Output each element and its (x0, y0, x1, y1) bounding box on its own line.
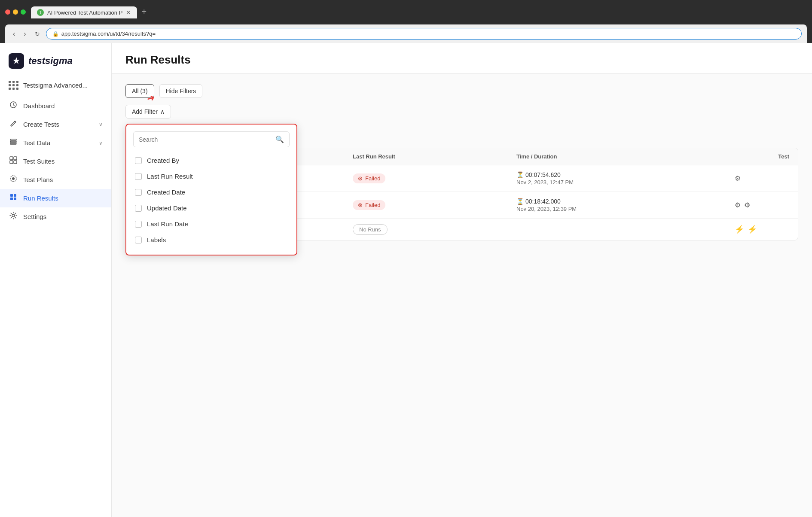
sidebar-item-label: Create Tests (23, 121, 94, 128)
svg-rect-6 (10, 161, 13, 164)
failed-status-badge: ⊗ Failed (353, 200, 385, 210)
browser-toolbar: ‹ › ↻ 🔒 app.testsigma.com/ui/td/34/resul… (5, 24, 807, 43)
chevron-up-icon: ∧ (160, 108, 165, 115)
chevron-down-icon: ∨ (99, 122, 103, 128)
filter-option-label: Updated Date (147, 204, 187, 212)
filter-search-container: 🔍 (133, 131, 290, 147)
traffic-light-yellow[interactable] (13, 9, 18, 15)
sidebar-item-dashboard[interactable]: Dashboard (0, 97, 111, 115)
duration-value: ⏳ 00:18:42.000 (516, 198, 735, 205)
lightning-secondary-icon[interactable]: ⚡ (748, 225, 757, 234)
checkbox-updated-date[interactable] (135, 205, 142, 212)
traffic-light-green[interactable] (21, 9, 26, 15)
main-content: Run Results All (3) Hide Filters ➜ Add F… (112, 43, 812, 517)
tab-title: AI Powered Test Automation P (47, 9, 122, 16)
sidebar-item-label: Test Suites (23, 158, 103, 165)
row-actions: ⚡ ⚡ (735, 225, 789, 234)
svg-rect-4 (10, 157, 13, 160)
date-value: Nov 20, 2023, 12:39 PM (516, 206, 735, 212)
checkbox-last-run-date[interactable] (135, 221, 142, 228)
filter-option-updated-date[interactable]: Updated Date (133, 200, 290, 216)
page-header: Run Results (112, 43, 812, 74)
checkbox-labels[interactable] (135, 237, 142, 243)
filter-option-labels[interactable]: Labels (133, 232, 290, 248)
row-last-run-result: No Runs (353, 226, 516, 233)
test-data-icon (9, 138, 18, 148)
filter-option-label: Created By (147, 157, 179, 164)
action-buttons: ⚙ ⚙ (735, 201, 789, 209)
no-runs-status-badge: No Runs (353, 224, 388, 235)
tab-favicon: t (37, 9, 44, 16)
checkbox-created-date[interactable] (135, 189, 142, 196)
filter-option-last-run-result[interactable]: Last Run Result (133, 168, 290, 184)
checkbox-last-run-result[interactable] (135, 173, 142, 180)
date-value: Nov 2, 2023, 12:47 PM (516, 179, 735, 186)
test-suites-icon (9, 156, 18, 166)
secondary-action-icon[interactable]: ⚙ (744, 201, 750, 209)
sidebar-item-test-plans[interactable]: Test Plans (0, 170, 111, 189)
sidebar-item-create-tests[interactable]: Create Tests ∨ (0, 115, 111, 134)
add-filter-label: Add Filter (132, 108, 158, 115)
forward-button[interactable]: › (21, 29, 28, 39)
content-area: All (3) Hide Filters ➜ Add Filter ∧ 🔍 (112, 74, 812, 251)
col-header-time-duration: Time / Duration (516, 153, 735, 160)
status-label: Failed (365, 202, 380, 208)
filter-search-input[interactable] (139, 136, 275, 143)
chevron-down-icon: ∨ (99, 140, 103, 146)
row-actions: ⚙ ⚙ (735, 201, 789, 209)
filter-option-label: Labels (147, 236, 166, 243)
traffic-light-red[interactable] (5, 9, 10, 15)
sidebar: testsigma Testsigma Advanced... Dashboar… (0, 43, 112, 517)
action-buttons: ⚡ ⚡ (735, 225, 789, 234)
x-circle-icon: ⊗ (358, 202, 363, 208)
svg-rect-7 (14, 161, 17, 164)
add-filter-button[interactable]: Add Filter ∧ (125, 105, 171, 119)
filter-option-created-date[interactable]: Created Date (133, 184, 290, 200)
filter-bar: All (3) Hide Filters (125, 84, 798, 98)
sidebar-item-label: Run Results (23, 195, 103, 202)
refresh-button[interactable]: ↻ (32, 30, 43, 38)
col-header-test: Test (735, 153, 789, 160)
col-header-last-run-result: Last Run Result (353, 153, 516, 160)
run-results-icon (9, 193, 18, 203)
settings-action-icon[interactable]: ⚙ (735, 174, 741, 182)
settings-action-icon[interactable]: ⚙ (735, 201, 741, 209)
svg-rect-10 (10, 194, 13, 197)
tab-close-button[interactable]: ✕ (126, 9, 131, 16)
logo: testsigma (0, 50, 111, 77)
time-info: ⏳ 00:07:54.620 Nov 2, 2023, 12:47 PM (516, 171, 735, 186)
url-bar[interactable]: 🔒 app.testsigma.com/ui/td/34/results?q= (46, 28, 802, 40)
row-last-run-result: ⊗ Failed (353, 173, 516, 183)
svg-rect-13 (14, 198, 16, 200)
active-tab[interactable]: t AI Powered Test Automation P ✕ (31, 6, 137, 18)
search-icon: 🔍 (275, 135, 284, 143)
checkbox-created-by[interactable] (135, 157, 142, 164)
duration-value: ⏳ 00:07:54.620 (516, 171, 735, 178)
filter-dropdown: 🔍 Created By Last Run Result Created Dat… (125, 124, 297, 255)
svg-point-9 (12, 177, 15, 180)
svg-rect-11 (14, 194, 16, 197)
sidebar-item-test-data[interactable]: Test Data ∨ (0, 134, 111, 152)
filter-option-last-run-date[interactable]: Last Run Date (133, 216, 290, 232)
hide-filters-button[interactable]: Hide Filters (159, 84, 203, 98)
sidebar-item-label: Test Plans (23, 176, 103, 183)
filter-option-created-by[interactable]: Created By (133, 152, 290, 168)
lock-icon: 🔒 (52, 31, 59, 37)
url-text: app.testsigma.com/ui/td/34/results?q= (61, 30, 156, 37)
workspace-selector[interactable]: Testsigma Advanced... (0, 77, 111, 97)
sidebar-item-settings[interactable]: Settings (0, 207, 111, 226)
svg-rect-3 (10, 143, 16, 144)
logo-icon (9, 53, 24, 69)
x-circle-icon: ⊗ (358, 175, 363, 182)
new-tab-button[interactable]: + (138, 5, 150, 18)
svg-point-14 (12, 214, 15, 217)
back-button[interactable]: ‹ (10, 29, 18, 39)
row-time: ⏳ 00:18:42.000 Nov 20, 2023, 12:39 PM (516, 198, 735, 212)
page-title: Run Results (125, 53, 798, 67)
lightning-action-icon[interactable]: ⚡ (735, 225, 744, 234)
filter-option-label: Last Run Date (147, 220, 188, 228)
sidebar-item-label: Dashboard (23, 102, 103, 109)
sidebar-item-run-results[interactable]: Run Results (0, 189, 111, 207)
sidebar-item-test-suites[interactable]: Test Suites (0, 152, 111, 170)
test-plans-icon (9, 175, 18, 185)
